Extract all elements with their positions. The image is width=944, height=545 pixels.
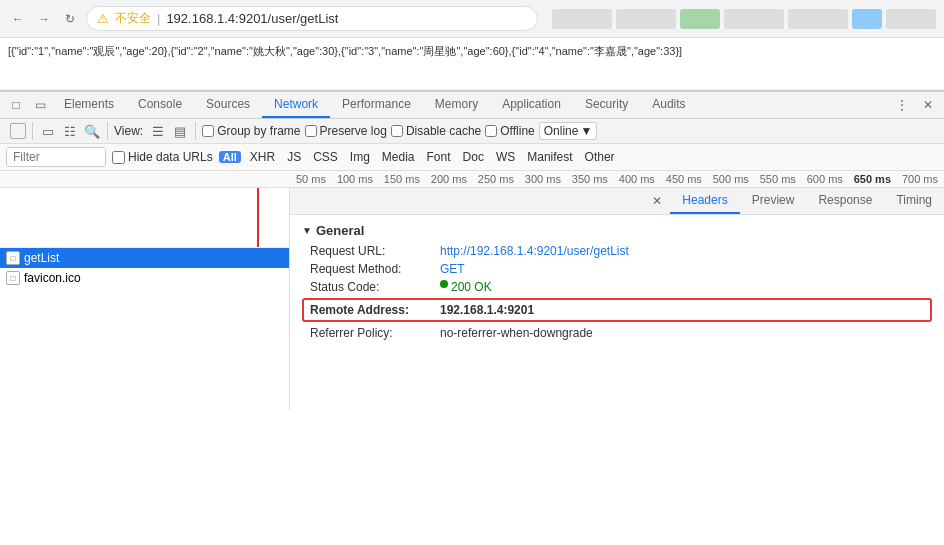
dropdown-arrow-icon: ▼ (580, 124, 592, 138)
extension-7 (886, 9, 936, 29)
refresh-button[interactable]: ↻ (60, 9, 80, 29)
filter-img[interactable]: Img (347, 149, 373, 165)
stop-button[interactable] (10, 123, 26, 139)
marker-350: 350 ms (572, 173, 608, 185)
status-code-value: 200 OK (451, 280, 492, 294)
preview-view-icon[interactable]: ▤ (171, 122, 189, 140)
file-icon-getlist: □ (6, 251, 20, 265)
marker-50: 50 ms (296, 173, 326, 185)
file-item-getlist[interactable]: □ getList (0, 248, 289, 268)
security-label: 不安全 (115, 10, 151, 27)
device-icon[interactable]: ▭ (28, 93, 52, 117)
toolbar-separator-3 (195, 122, 196, 140)
remote-address-key: Remote Address: (310, 303, 440, 317)
hide-data-urls-checkbox[interactable] (112, 151, 125, 164)
close-devtools-icon[interactable]: ✕ (916, 93, 940, 117)
filter-css[interactable]: CSS (310, 149, 341, 165)
security-icon: ⚠ (97, 11, 109, 26)
all-badge[interactable]: All (219, 151, 241, 163)
tab-sources[interactable]: Sources (194, 92, 262, 118)
file-name-favicon: favicon.ico (24, 271, 81, 285)
marker-250: 250 ms (478, 173, 514, 185)
group-by-frame-checkbox[interactable]: Group by frame (202, 124, 300, 138)
back-button[interactable]: ← (8, 9, 28, 29)
timeline-chart-area (290, 188, 944, 248)
remote-address-row: Remote Address: 192.168.1.4:9201 (302, 298, 932, 322)
timeline-area (0, 188, 289, 248)
filter-xhr[interactable]: XHR (247, 149, 278, 165)
referrer-policy-value: no-referrer-when-downgrade (440, 326, 593, 340)
tab-security[interactable]: Security (573, 92, 640, 118)
nav-bar: ← → ↻ ⚠ 不安全 | 192.168.1.4:9201/user/getL… (0, 0, 944, 37)
offline-checkbox[interactable]: Offline (485, 124, 534, 138)
disable-cache-input[interactable] (391, 125, 403, 137)
hide-data-urls-label[interactable]: Hide data URLs (112, 150, 213, 164)
address-separator: | (157, 11, 160, 26)
extension-2 (616, 9, 676, 29)
file-icon-favicon: □ (6, 271, 20, 285)
devtools-tab-bar: □ ▭ Elements Console Sources Network Per… (0, 92, 944, 119)
request-method-row: Request Method: GET (302, 262, 932, 276)
browser-actions (552, 9, 936, 29)
marker-500: 500 ms (713, 173, 749, 185)
filter-font[interactable]: Font (424, 149, 454, 165)
offline-input[interactable] (485, 125, 497, 137)
tab-audits[interactable]: Audits (640, 92, 697, 118)
marker-150: 150 ms (384, 173, 420, 185)
tab-application[interactable]: Application (490, 92, 573, 118)
browser-chrome: ← → ↻ ⚠ 不安全 | 192.168.1.4:9201/user/getL… (0, 0, 944, 38)
group-by-frame-input[interactable] (202, 125, 214, 137)
forward-button[interactable]: → (34, 9, 54, 29)
filter-doc[interactable]: Doc (460, 149, 487, 165)
content-area: □ getList □ favicon.ico ✕ Headers Previe… (0, 188, 944, 410)
network-throttle-dropdown[interactable]: Online ▼ (539, 122, 598, 140)
address-bar[interactable]: ⚠ 不安全 | 192.168.1.4:9201/user/getList (86, 6, 538, 31)
tab-memory[interactable]: Memory (423, 92, 490, 118)
extension-1 (552, 9, 612, 29)
marker-550: 550 ms (760, 173, 796, 185)
filter-ws[interactable]: WS (493, 149, 518, 165)
filter-other[interactable]: Other (582, 149, 618, 165)
devtools-actions: ⋮ ✕ (890, 93, 940, 117)
list-view-icon[interactable]: ☰ (149, 122, 167, 140)
filter-manifest[interactable]: Manifest (524, 149, 575, 165)
file-list: □ getList □ favicon.ico (0, 188, 290, 410)
filter-media[interactable]: Media (379, 149, 418, 165)
timeline-markers: 50 ms 100 ms 150 ms 200 ms 250 ms 300 ms… (296, 173, 938, 185)
request-method-value: GET (440, 262, 465, 276)
tab-performance[interactable]: Performance (330, 92, 423, 118)
remote-address-value: 192.168.1.4:9201 (440, 303, 534, 317)
extension-4 (724, 9, 784, 29)
tab-network[interactable]: Network (262, 92, 330, 118)
request-method-key: Request Method: (310, 262, 440, 276)
status-dot (440, 280, 448, 288)
extension-5 (788, 9, 848, 29)
disable-cache-checkbox[interactable]: Disable cache (391, 124, 481, 138)
more-icon[interactable]: ⋮ (890, 93, 914, 117)
tab-console[interactable]: Console (126, 92, 194, 118)
marker-100: 100 ms (337, 173, 373, 185)
status-code-key: Status Code: (310, 280, 440, 294)
filter-icon[interactable]: ☷ (61, 122, 79, 140)
camera-icon[interactable]: ▭ (39, 122, 57, 140)
marker-200: 200 ms (431, 173, 467, 185)
file-item-favicon[interactable]: □ favicon.ico (0, 268, 289, 288)
preserve-log-input[interactable] (305, 125, 317, 137)
filter-bar: Hide data URLs All XHR JS CSS Img Media … (0, 144, 944, 171)
devtools-panel: □ ▭ Elements Console Sources Network Per… (0, 90, 944, 410)
preserve-log-checkbox[interactable]: Preserve log (305, 124, 387, 138)
extension-6 (852, 9, 882, 29)
referrer-policy-row: Referrer Policy: no-referrer-when-downgr… (302, 326, 932, 340)
url-display: 192.168.1.4:9201/user/getList (166, 11, 338, 26)
search-icon[interactable]: 🔍 (83, 122, 101, 140)
view-label: View: (114, 124, 143, 138)
filter-js[interactable]: JS (284, 149, 304, 165)
timeline-red-bar (257, 188, 259, 247)
file-name-getlist: getList (24, 251, 59, 265)
marker-450: 450 ms (666, 173, 702, 185)
tab-elements[interactable]: Elements (52, 92, 126, 118)
network-toolbar: ▭ ☷ 🔍 View: ☰ ▤ Group by frame Preserve … (0, 119, 944, 144)
toolbar-separator-2 (107, 122, 108, 140)
filter-input[interactable] (6, 147, 106, 167)
inspect-icon[interactable]: □ (4, 93, 28, 117)
